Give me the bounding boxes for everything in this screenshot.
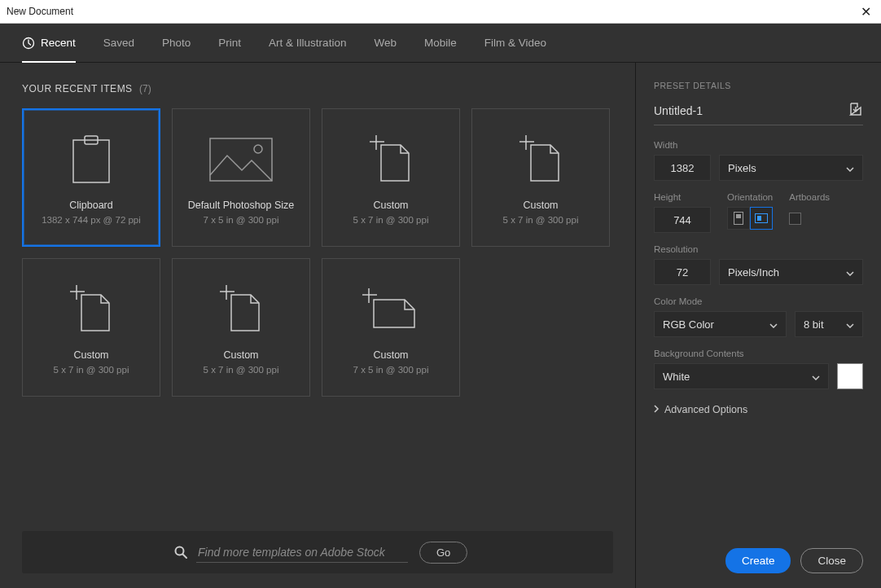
- orientation-portrait-button[interactable]: [727, 207, 750, 230]
- landscape-doc-icon: [362, 281, 419, 338]
- background-label: Background Contents: [654, 349, 863, 358]
- select-value: RGB Color: [663, 318, 714, 331]
- stock-search-input[interactable]: [196, 542, 408, 563]
- preset-subtitle: 5 x 7 in @ 300 ppi: [503, 215, 579, 225]
- color-mode-select[interactable]: RGB Color: [654, 311, 787, 337]
- preset-title: Custom: [523, 200, 558, 211]
- presets-grid: Clipboard 1382 x 744 px @ 72 ppi Default…: [22, 108, 613, 397]
- search-icon: [173, 545, 188, 559]
- preset-clipboard[interactable]: Clipboard 1382 x 744 px @ 72 ppi: [22, 108, 160, 247]
- select-value: 8 bit: [804, 318, 824, 331]
- svg-rect-1: [73, 140, 109, 182]
- save-preset-icon[interactable]: [848, 102, 863, 120]
- resolution-input[interactable]: [654, 259, 711, 285]
- clock-icon: [22, 37, 35, 50]
- bit-depth-select[interactable]: 8 bit: [795, 311, 863, 337]
- chevron-down-icon: [846, 162, 854, 174]
- artboards-label: Artboards: [789, 192, 830, 202]
- portrait-doc-icon: [68, 281, 114, 338]
- orientation-label: Orientation: [727, 192, 773, 202]
- category-tabs: Recent Saved Photo Print Art & Illustrat…: [0, 24, 881, 63]
- tab-label: Mobile: [424, 37, 457, 49]
- preset-title: Clipboard: [69, 200, 113, 211]
- preset-custom-2[interactable]: Custom 5 x 7 in @ 300 ppi: [471, 108, 610, 247]
- orientation-group: [727, 207, 773, 230]
- image-icon: [209, 131, 273, 188]
- preset-details-pane: PRESET DETAILS Width Pixels Height Orien…: [635, 63, 881, 588]
- select-value: Pixels/Inch: [728, 266, 779, 279]
- preset-custom-4[interactable]: Custom 5 x 7 in @ 300 ppi: [172, 258, 310, 397]
- tab-art[interactable]: Art & Illustration: [269, 24, 346, 63]
- advanced-label: Advanced Options: [664, 404, 747, 415]
- advanced-options-toggle[interactable]: Advanced Options: [654, 404, 863, 415]
- chevron-right-icon: [654, 404, 660, 415]
- tab-label: Photo: [162, 37, 191, 49]
- color-mode-label: Color Mode: [654, 296, 863, 306]
- preset-title: Custom: [373, 200, 408, 211]
- preset-subtitle: 7 x 5 in @ 300 ppi: [204, 215, 279, 225]
- preset-subtitle: 5 x 7 in @ 300 ppi: [353, 215, 429, 225]
- width-label: Width: [654, 140, 863, 150]
- portrait-doc-icon: [368, 131, 414, 188]
- tab-label: Film & Video: [484, 37, 546, 49]
- height-input[interactable]: [654, 207, 711, 233]
- close-button[interactable]: Close: [800, 548, 863, 573]
- chevron-down-icon: [846, 318, 854, 331]
- chevron-down-icon: [769, 318, 778, 331]
- preset-subtitle: 1382 x 744 px @ 72 ppi: [42, 215, 141, 225]
- height-label: Height: [654, 192, 711, 202]
- preset-title: Custom: [73, 349, 108, 361]
- section-title: YOUR RECENT ITEMS: [22, 83, 133, 94]
- tab-mobile[interactable]: Mobile: [424, 24, 457, 63]
- details-header: PRESET DETAILS: [654, 81, 863, 90]
- background-select[interactable]: White: [654, 363, 829, 389]
- dialog-actions: Create Close: [654, 548, 863, 573]
- tab-print[interactable]: Print: [218, 24, 241, 63]
- background-swatch[interactable]: [837, 363, 863, 389]
- window-title: New Document: [7, 6, 73, 17]
- tab-label: Print: [218, 37, 241, 49]
- titlebar: New Document ✕: [0, 0, 881, 24]
- document-name-input[interactable]: [654, 104, 842, 117]
- go-button[interactable]: Go: [419, 542, 467, 564]
- select-value: Pixels: [728, 162, 756, 174]
- chevron-down-icon: [812, 371, 820, 383]
- preset-subtitle: 5 x 7 in @ 300 ppi: [204, 365, 279, 375]
- chevron-down-icon: [846, 266, 854, 279]
- tab-web[interactable]: Web: [374, 24, 397, 63]
- resolution-label: Resolution: [654, 244, 863, 254]
- select-value: White: [663, 371, 690, 383]
- preset-custom-1[interactable]: Custom 5 x 7 in @ 300 ppi: [322, 108, 460, 247]
- clipboard-icon: [68, 131, 114, 188]
- section-count: (7): [139, 83, 151, 94]
- tab-label: Web: [374, 37, 397, 49]
- preset-subtitle: 7 x 5 in @ 300 ppi: [353, 365, 429, 375]
- width-input[interactable]: [654, 155, 711, 181]
- preset-title: Default Photoshop Size: [188, 200, 295, 211]
- preset-custom-3[interactable]: Custom 5 x 7 in @ 300 ppi: [22, 258, 160, 397]
- preset-subtitle: 5 x 7 in @ 300 ppi: [54, 365, 129, 375]
- close-icon[interactable]: ✕: [857, 4, 874, 20]
- artboards-checkbox[interactable]: [789, 213, 801, 225]
- svg-rect-3: [210, 138, 272, 181]
- preset-title: Custom: [223, 349, 258, 361]
- orientation-landscape-button[interactable]: [750, 207, 773, 230]
- tab-photo[interactable]: Photo: [162, 24, 191, 63]
- tab-saved[interactable]: Saved: [103, 24, 134, 63]
- tab-recent[interactable]: Recent: [22, 24, 76, 63]
- portrait-doc-icon: [518, 131, 563, 188]
- resolution-unit-select[interactable]: Pixels/Inch: [719, 259, 863, 285]
- preset-custom-5[interactable]: Custom 7 x 5 in @ 300 ppi: [322, 258, 460, 397]
- tab-label: Recent: [41, 37, 76, 49]
- tab-label: Art & Illustration: [269, 37, 346, 49]
- stock-search-bar: Go: [22, 531, 613, 573]
- presets-pane: YOUR RECENT ITEMS (7) Clipboard 1382 x 7…: [0, 63, 635, 588]
- create-button[interactable]: Create: [725, 548, 791, 573]
- preset-default-ps[interactable]: Default Photoshop Size 7 x 5 in @ 300 pp…: [172, 108, 310, 247]
- tab-film[interactable]: Film & Video: [484, 24, 546, 63]
- preset-title: Custom: [373, 349, 408, 361]
- width-unit-select[interactable]: Pixels: [719, 155, 863, 181]
- svg-point-4: [254, 145, 262, 153]
- portrait-doc-icon: [218, 281, 264, 338]
- tab-label: Saved: [103, 37, 134, 49]
